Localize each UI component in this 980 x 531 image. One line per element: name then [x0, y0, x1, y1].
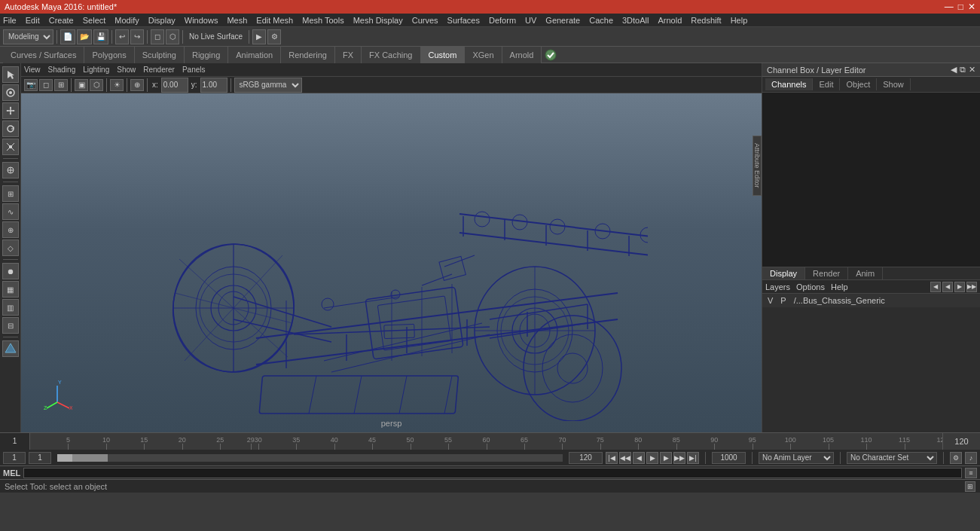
vp-menu-panels[interactable]: Panels [182, 66, 206, 74]
ch-tab-object[interactable]: Object [840, 78, 877, 90]
anim-layer-combo[interactable]: No Anim Layer [759, 452, 834, 464]
open-btn[interactable]: 📂 [77, 29, 92, 44]
menu-mesh[interactable]: Mesh [227, 16, 247, 25]
layer-icon-3[interactable]: ▶ [954, 282, 965, 292]
menu-deform[interactable]: Deform [489, 16, 516, 25]
pb-start-btn[interactable]: |◀ [606, 452, 618, 464]
vp-light-btn[interactable]: ☀ [110, 79, 124, 91]
menu-generate[interactable]: Generate [545, 16, 580, 25]
menu-edit[interactable]: Edit [26, 16, 40, 25]
anim-layer-btn[interactable]: ⊟ [2, 317, 19, 334]
select-btn[interactable]: ◻ [151, 29, 164, 44]
timeline-ruler[interactable]: 5101520252930354045505560657075808590951… [30, 433, 942, 450]
vp-coord-y-input[interactable] [200, 78, 227, 93]
menu-modify[interactable]: Modify [114, 16, 139, 25]
window-controls[interactable]: — □ ✕ [945, 2, 975, 12]
workspace-combo[interactable]: Modeling [3, 29, 53, 44]
menu-uv[interactable]: UV [525, 16, 536, 25]
menu-redshift[interactable]: Redshift [691, 16, 721, 25]
layer-icon-2[interactable]: ◀ [942, 282, 953, 292]
menu-display[interactable]: Display [148, 16, 176, 25]
rp-close-btn[interactable]: ✕ [969, 65, 975, 75]
vp-wireframe-btn[interactable]: ▣ [75, 79, 88, 91]
menu-select[interactable]: Select [83, 16, 106, 25]
vp-select-mask-btn[interactable]: ⊕ [130, 79, 144, 91]
pb-prev-key-btn[interactable]: ◀◀ [619, 452, 631, 464]
snap-point-btn[interactable]: ⊕ [2, 221, 19, 238]
tab-polygons[interactable]: Polygons [84, 47, 134, 63]
attribute-editor-tab[interactable]: Attribute Editor [753, 136, 762, 196]
range-end-input[interactable] [569, 452, 603, 464]
menu-curves[interactable]: Curves [412, 16, 438, 25]
layers-menu-layers[interactable]: Layers [765, 282, 790, 291]
undo-btn[interactable]: ↩ [115, 29, 129, 44]
vp-colorspace-combo[interactable]: sRGB gamma [234, 78, 302, 93]
render-layer-btn[interactable]: ▥ [2, 299, 19, 316]
tab-fx[interactable]: FX [335, 47, 362, 63]
dra-tab-anim[interactable]: Anim [848, 267, 883, 279]
status-btn-1[interactable]: ⊞ [965, 481, 975, 492]
pb-end-btn[interactable]: ▶| [687, 452, 699, 464]
tab-rendering[interactable]: Rendering [281, 47, 335, 63]
mel-input[interactable] [23, 468, 962, 478]
layer-visibility[interactable]: V [765, 296, 775, 305]
vp-grid-btn[interactable]: ⊞ [54, 79, 68, 91]
ch-tab-edit[interactable]: Edit [813, 78, 840, 90]
minimize-btn[interactable]: — [945, 2, 954, 12]
menu-meshdisplay[interactable]: Mesh Display [353, 16, 403, 25]
tab-custom[interactable]: Custom [421, 47, 466, 63]
rp-collapse-btn[interactable]: ◀ [951, 65, 957, 75]
tab-xgen[interactable]: XGen [465, 47, 502, 63]
menu-3dtoall[interactable]: 3DtoAll [622, 16, 649, 25]
script-editor-btn[interactable]: ≡ [965, 468, 977, 478]
close-btn[interactable]: ✕ [968, 2, 975, 12]
vp-menu-lighting[interactable]: Lighting [83, 66, 109, 74]
layer-playback[interactable]: P [778, 296, 788, 305]
menu-meshtools[interactable]: Mesh Tools [302, 16, 343, 25]
3d-viewport[interactable]: persp Y X Z [21, 93, 762, 432]
render-btn[interactable]: ▶ [252, 29, 266, 44]
tab-rigging[interactable]: Rigging [185, 47, 228, 63]
move-tool-btn[interactable] [2, 102, 19, 119]
time-slider[interactable] [57, 454, 563, 462]
menu-file[interactable]: File [3, 16, 17, 25]
dra-tab-display[interactable]: Display [762, 267, 805, 279]
vp-perspective-btn[interactable]: ◻ [39, 79, 53, 91]
vp-menu-view[interactable]: View [24, 66, 41, 74]
menu-windows[interactable]: Windows [185, 16, 218, 25]
new-scene-btn[interactable]: 📄 [60, 29, 75, 44]
lasso-btn[interactable]: ⬡ [166, 29, 179, 44]
vp-cam-btn[interactable]: 📷 [24, 79, 38, 91]
dra-tab-render[interactable]: Render [805, 267, 848, 279]
end-range-input[interactable] [712, 452, 746, 464]
char-set-combo[interactable]: No Character Set [847, 452, 937, 464]
scale-tool-btn[interactable] [2, 139, 19, 155]
layers-menu-options[interactable]: Options [796, 282, 825, 291]
frame-input-2[interactable] [29, 452, 51, 464]
pb-prev-frame-btn[interactable]: ◀ [633, 452, 645, 464]
tab-arnold[interactable]: Arnold [502, 47, 542, 63]
maximize-btn[interactable]: □ [958, 2, 963, 12]
menu-surfaces[interactable]: Surfaces [447, 16, 480, 25]
pb-next-frame-btn[interactable]: ▶ [660, 452, 672, 464]
vp-menu-shading[interactable]: Shading [48, 66, 76, 74]
ch-tab-show[interactable]: Show [877, 78, 911, 90]
vp-coord-x-input[interactable] [161, 78, 188, 93]
playback-settings-btn[interactable]: ⚙ [950, 452, 962, 464]
frame-input-1[interactable] [3, 452, 26, 464]
vp-menu-renderer[interactable]: Renderer [143, 66, 175, 74]
universal-manip-btn[interactable] [2, 162, 19, 179]
redo-btn[interactable]: ↪ [130, 29, 144, 44]
render-settings-btn[interactable]: ⚙ [267, 29, 281, 44]
time-slider-thumb[interactable] [57, 454, 72, 462]
snap-curve-btn[interactable]: ∿ [2, 203, 19, 220]
rp-float-btn[interactable]: ⧉ [960, 65, 966, 75]
tab-fx-caching[interactable]: FX Caching [362, 47, 420, 63]
select-tool-btn[interactable] [2, 66, 19, 83]
menu-help[interactable]: Help [731, 16, 748, 25]
vp-smooth-btn[interactable]: ⬡ [90, 79, 103, 91]
layer-icon-1[interactable]: ◀ [930, 282, 941, 292]
menu-editmesh[interactable]: Edit Mesh [256, 16, 293, 25]
menu-create[interactable]: Create [49, 16, 74, 25]
menu-cache[interactable]: Cache [589, 16, 613, 25]
